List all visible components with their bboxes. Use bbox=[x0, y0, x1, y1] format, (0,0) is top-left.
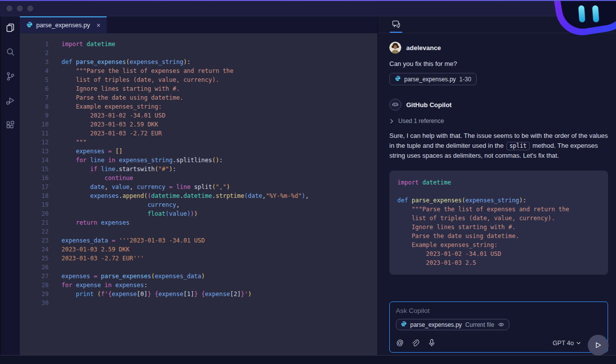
model-picker[interactable]: GPT 4o bbox=[553, 340, 581, 347]
line-number: 3 bbox=[20, 58, 62, 66]
explorer-icon[interactable] bbox=[5, 22, 16, 33]
line-number: 15 bbox=[20, 165, 62, 174]
python-icon bbox=[26, 21, 33, 29]
code-line[interactable]: 27expenses = parse_expenses(expenses_dat… bbox=[20, 272, 377, 281]
line-number: 8 bbox=[20, 102, 62, 111]
code-line[interactable]: 252023-01-03 -2.72 EUR''' bbox=[20, 254, 377, 263]
code-line[interactable]: 5 list of triples (date, value, currency… bbox=[20, 75, 377, 84]
line-number: 18 bbox=[20, 191, 62, 200]
window-close-button[interactable] bbox=[6, 5, 12, 11]
assistant-name: GitHub Copilot bbox=[406, 101, 452, 109]
chat-input-placeholder[interactable]: Ask Copilot bbox=[396, 307, 602, 314]
chevron-right-icon bbox=[389, 119, 394, 124]
line-number: 27 bbox=[20, 272, 62, 281]
code-line[interactable]: Ignore lines starting with #. bbox=[397, 223, 600, 232]
line-number: 13 bbox=[20, 147, 62, 156]
code-line[interactable]: 2 bbox=[20, 49, 377, 58]
code-line[interactable]: 4 """Parse the list of expenses and retu… bbox=[20, 66, 377, 75]
chat-input-box[interactable]: Ask Copilot parse_expenses.py Current fi… bbox=[389, 302, 608, 353]
line-number: 25 bbox=[20, 254, 62, 263]
run-debug-icon[interactable] bbox=[5, 95, 16, 106]
assistant-code-block[interactable]: import datetimedef parse_expenses(expens… bbox=[389, 171, 608, 275]
avatar bbox=[389, 42, 401, 54]
line-number: 14 bbox=[20, 156, 62, 165]
line-number: 4 bbox=[20, 66, 62, 75]
tab-parse-expenses[interactable]: parse_expenses.py × bbox=[20, 16, 107, 33]
code-line[interactable]: list of triples (date, value, currency). bbox=[397, 214, 600, 223]
code-line[interactable]: 16 continue bbox=[20, 174, 377, 182]
main-area: parse_expenses.py × 1import datetime23de… bbox=[0, 16, 616, 355]
code-line[interactable]: 19 currency, bbox=[20, 200, 377, 209]
eye-icon[interactable] bbox=[498, 322, 504, 327]
attach-icon[interactable] bbox=[412, 339, 420, 347]
code-line[interactable]: 18 expenses.append((datetime.datetime.st… bbox=[20, 191, 377, 200]
code-editor[interactable]: 1import datetime23def parse_expenses(exp… bbox=[20, 33, 377, 355]
line-number: 5 bbox=[20, 75, 62, 84]
code-line[interactable]: 14 for line in expenses_string.splitline… bbox=[20, 156, 377, 165]
source-control-icon[interactable] bbox=[5, 71, 16, 82]
code-line[interactable]: Parse the date using datetime. bbox=[397, 232, 600, 241]
chat-panel-header bbox=[378, 16, 616, 33]
line-number: 9 bbox=[20, 111, 62, 120]
chat-body: adelevance Can you fix this for me? pars… bbox=[378, 33, 616, 355]
chat-input-toolbar: @ GPT 4o bbox=[396, 339, 601, 347]
code-line[interactable]: 15 if line.startswith("#"): bbox=[20, 165, 377, 174]
code-line[interactable]: 22 bbox=[20, 227, 377, 236]
code-line[interactable]: 29 print (f'{expense[0]} {expense[1]} {e… bbox=[20, 290, 377, 299]
code-line[interactable]: 11 2023-01-03 -2.72 EUR bbox=[20, 129, 377, 138]
code-line[interactable]: 1import datetime bbox=[20, 40, 377, 49]
status-bar bbox=[0, 355, 616, 364]
line-number: 21 bbox=[20, 218, 62, 227]
chat-icon[interactable] bbox=[390, 16, 402, 33]
code-line[interactable]: 2023-01-02 -34.01 USD bbox=[397, 249, 600, 258]
code-line[interactable]: 21 return expenses bbox=[20, 218, 377, 227]
code-line[interactable]: 9 2023-01-02 -34.01 USD bbox=[20, 111, 377, 120]
activity-bar bbox=[0, 16, 20, 355]
code-line[interactable]: 28for expense in expenses: bbox=[20, 281, 377, 290]
code-line[interactable]: 12 """ bbox=[20, 138, 377, 147]
code-line[interactable]: 6 Ignore lines starting with #. bbox=[20, 84, 377, 93]
assistant-paragraph: Sure, I can help with that. The issue se… bbox=[389, 131, 608, 161]
user-message-text: Can you fix this for me? bbox=[389, 60, 608, 67]
close-icon[interactable]: × bbox=[96, 21, 100, 29]
code-line[interactable]: 2023-01-03 2.5 bbox=[397, 258, 600, 267]
line-number: 26 bbox=[20, 263, 62, 272]
current-file-chip[interactable]: parse_expenses.py Current file bbox=[396, 319, 509, 330]
send-button[interactable] bbox=[588, 335, 609, 356]
code-line[interactable]: 7 Parse the date using datetime. bbox=[20, 93, 377, 102]
code-line[interactable]: import datetime bbox=[397, 178, 600, 187]
line-number: 16 bbox=[20, 174, 62, 182]
python-icon bbox=[395, 75, 401, 83]
titlebar bbox=[0, 1, 616, 16]
code-line[interactable]: 13 expenses = [] bbox=[20, 147, 377, 156]
code-line[interactable]: 8 Example expenses_string: bbox=[20, 102, 377, 111]
code-line[interactable]: 20 float(value))) bbox=[20, 209, 377, 218]
code-line[interactable]: 3def parse_expenses(expenses_string): bbox=[20, 58, 377, 66]
window-maximize-button[interactable] bbox=[27, 5, 33, 11]
line-number: 10 bbox=[20, 120, 62, 129]
file-reference-chip[interactable]: parse_expenses.py 1-30 bbox=[389, 73, 477, 85]
code-line[interactable]: Example expenses_string: bbox=[397, 241, 600, 249]
code-line[interactable]: """Parse the list of expenses and return… bbox=[397, 205, 600, 214]
code-line[interactable]: 17 date, value, currency = line split(",… bbox=[20, 182, 377, 191]
code-line[interactable]: 242023-01-03 2.59 DKK bbox=[20, 245, 377, 254]
code-line[interactable]: 23expenses_data = '''2023-01-03 -34.01 U… bbox=[20, 236, 377, 245]
assistant-message-header: GitHub Copilot bbox=[389, 99, 608, 111]
search-icon[interactable] bbox=[5, 47, 16, 58]
window-minimize-button[interactable] bbox=[17, 5, 23, 11]
code-line[interactable]: 26 bbox=[20, 263, 377, 272]
model-label: GPT 4o bbox=[553, 340, 574, 347]
inline-code: split bbox=[506, 142, 530, 150]
code-line[interactable]: 30 bbox=[20, 299, 377, 307]
mic-icon[interactable] bbox=[428, 339, 435, 347]
code-line[interactable]: def parse_expenses(expenses_string): bbox=[397, 196, 600, 205]
used-references-toggle[interactable]: Used 1 reference bbox=[389, 118, 608, 124]
mention-icon[interactable]: @ bbox=[396, 339, 404, 347]
line-number: 20 bbox=[20, 209, 62, 218]
line-number: 11 bbox=[20, 129, 62, 138]
code-line[interactable] bbox=[397, 187, 600, 196]
extensions-icon[interactable] bbox=[5, 120, 16, 130]
code-line[interactable]: 10 2023-01-03 2.59 DKK bbox=[20, 120, 377, 129]
tab-bar: parse_expenses.py × bbox=[20, 16, 377, 33]
line-number: 30 bbox=[20, 299, 62, 307]
